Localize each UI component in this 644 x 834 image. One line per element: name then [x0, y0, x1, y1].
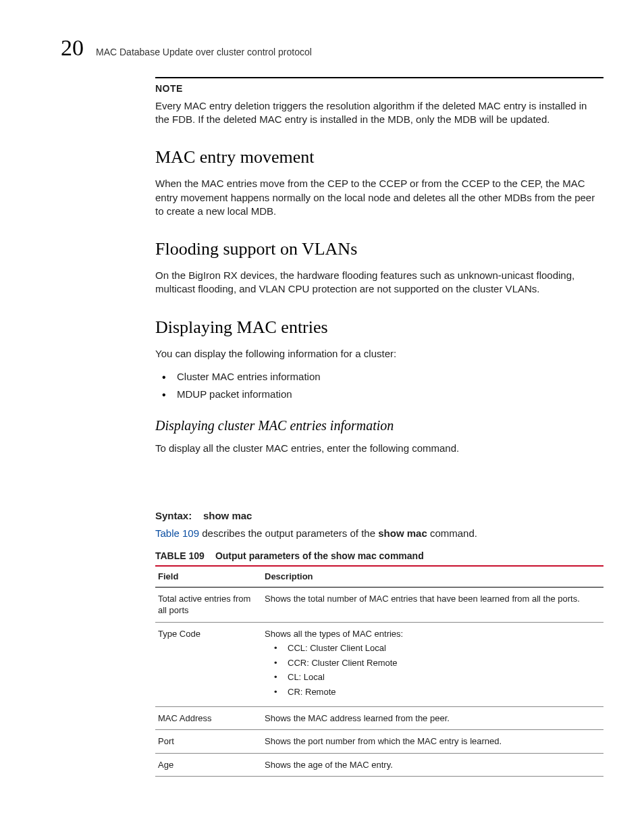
syntax-block: Syntax: show mac Table 109 describes the… — [155, 509, 603, 777]
heading-displaying-mac-entries: Displaying MAC entries — [155, 315, 603, 339]
cell-desc: Shows the port number from which the MAC… — [262, 730, 603, 754]
table-row: Age Shows the age of the MAC entry. — [155, 753, 603, 777]
content-column: NOTE Every MAC entry deletion triggers t… — [155, 77, 603, 777]
heading-flooding-support: Flooding support on VLANs — [155, 237, 603, 261]
chapter-number: 20 — [61, 32, 84, 63]
list-item: CL: Local — [274, 671, 601, 683]
note-rule — [155, 77, 603, 78]
list-item: CCR: Cluster Client Remote — [274, 657, 601, 669]
page: 20 MAC Database Update over cluster cont… — [0, 0, 644, 804]
table-row: Type Code Shows all the types of MAC ent… — [155, 622, 603, 706]
running-header: 20 MAC Database Update over cluster cont… — [61, 32, 603, 63]
cell-field: MAC Address — [155, 706, 262, 730]
table-row: Port Shows the port number from which th… — [155, 730, 603, 754]
col-field: Field — [155, 566, 262, 587]
table-row: Total active entries from all ports Show… — [155, 587, 603, 622]
para-cluster-mac-entries: To display all the cluster MAC entries, … — [155, 442, 603, 455]
parameters-table: Field Description Total active entries f… — [155, 565, 603, 777]
text: describes the output parameters of the — [199, 527, 378, 539]
table-number: TABLE 109 — [155, 550, 205, 561]
running-title: MAC Database Update over cluster control… — [96, 46, 312, 59]
col-description: Description — [262, 566, 603, 587]
cell-field: Port — [155, 730, 262, 754]
table-row: MAC Address Shows the MAC address learne… — [155, 706, 603, 730]
table-caption: TABLE 109Output parameters of the show m… — [155, 550, 603, 563]
cell-desc: Shows the MAC address learned from the p… — [262, 706, 603, 730]
para-mac-entry-movement: When the MAC entries move from the CEP t… — [155, 177, 603, 218]
cell-desc-text: Shows all the types of MAC entries: — [265, 629, 403, 639]
type-code-list: CCL: Cluster Client Local CCR: Cluster C… — [274, 642, 601, 698]
heading-mac-entry-movement: MAC entry movement — [155, 145, 603, 169]
list-item: CCL: Cluster Client Local — [274, 642, 601, 654]
note-label: NOTE — [155, 82, 603, 95]
table-title: Output parameters of the show mac comman… — [215, 550, 424, 561]
cell-desc: Shows the total number of MAC entries th… — [262, 587, 603, 622]
cell-desc: Shows the age of the MAC entry. — [262, 753, 603, 777]
table-link[interactable]: Table 109 — [155, 527, 199, 539]
list-item: Cluster MAC entries information — [162, 370, 603, 384]
display-info-list: Cluster MAC entries information MDUP pac… — [162, 370, 603, 402]
para-flooding-support: On the BigIron RX devices, the hardware … — [155, 269, 603, 296]
cell-field: Type Code — [155, 622, 262, 706]
subheading-cluster-mac-entries: Displaying cluster MAC entries informati… — [155, 417, 603, 435]
syntax-command: show mac — [203, 510, 252, 521]
text: command. — [427, 527, 477, 539]
command-name: show mac — [378, 527, 427, 539]
cell-desc: Shows all the types of MAC entries: CCL:… — [262, 622, 603, 706]
syntax-label: Syntax: — [155, 510, 192, 521]
cell-field: Age — [155, 753, 262, 777]
para-displaying-intro: You can display the following informatio… — [155, 347, 603, 361]
list-item: CR: Remote — [274, 686, 601, 698]
cell-field: Total active entries from all ports — [155, 587, 262, 622]
note-body: Every MAC entry deletion triggers the re… — [155, 99, 603, 127]
list-item: MDUP packet information — [162, 388, 603, 401]
syntax-line: Syntax: show mac — [155, 509, 603, 523]
table-reference-line: Table 109 describes the output parameter… — [155, 527, 603, 540]
